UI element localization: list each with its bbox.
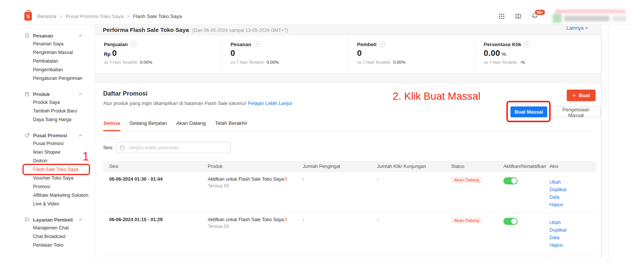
table-row: 06-06-2024 01:30 - 01:44 Aktifkan untuk … [103,172,596,213]
sidebar-item-chat-broadcast[interactable]: Chat Broadcast [17,232,95,241]
plus-icon: + [572,93,576,99]
calendar-icon [120,145,125,150]
promo-list-title: Daftar Promosi [103,90,147,97]
sidebar-section-label: Pesanan [33,33,53,39]
stat-label: Penjualan [104,42,128,47]
tab-akan-datang[interactable]: Akan Datang [176,119,206,131]
sidebar-item-pembatalan[interactable]: Pembatalan [17,57,95,66]
chevron-up-icon [78,93,83,96]
tab-semua[interactable]: Semua [103,119,120,131]
product-title: Aktifkan untuk Flash Sale Toko Saya [208,217,284,222]
sidebar-item-penilaian-toko[interactable]: Penilaian Toko [17,241,95,250]
col-jumlah-pengingat: Jumlah Pengingat [297,164,371,169]
sidebar-section-pesanan: Pesanan Pesanan Saya Pengiriman Massal P… [17,31,95,83]
performance-date-range: (Dari 06-05-2024 sampai 13-05-2024 GMT+7… [192,28,288,33]
breadcrumb-item-beranda[interactable]: Beranda [37,13,56,19]
actions-cell: Ubah Duplikat Data Hapus [543,172,596,208]
percent-suffix: % [502,51,506,57]
breadcrumb-item-pusat-promosi[interactable]: Pusat Promosi Toko Saya [66,13,123,19]
sidebar-item-tambah-produk-baru[interactable]: Tambah Produk Baru [17,107,95,115]
compare-label: vs 7 Hari Terakhir [484,60,517,64]
status-badge: Akan Datang [451,217,482,224]
sidebar-item-pesanan-saya[interactable]: Pesanan Saya [17,40,95,48]
help-icon[interactable]: ? [379,41,385,47]
product-cell: Aktifkan untuk Flash Sale Toko Saya0 Ter… [202,213,297,229]
sidebar-item-daya-saing-harga[interactable]: Daya Saing Harga [17,115,95,124]
col-sesi: Sesi [103,164,202,169]
more-link[interactable]: Lainnya > [566,25,588,31]
sidebar-item-pengiriman-massal[interactable]: Pengiriman Massal [17,48,95,57]
sidebar-item-pengaturan-pengiriman[interactable]: Pengaturan Pengiriman [17,74,95,83]
learn-more-link[interactable]: Pelajari Lebih Lanjut [248,100,292,106]
header-actions: 99+ [498,9,634,24]
sidebar-section-header-layanan-pembeli[interactable]: Layanan Pembeli [17,216,95,224]
clicks-cell: - [371,172,445,182]
compare-label: vs 7 Hari Terakhir [231,60,264,64]
promo-list-subtitle: Atur produk yang ingin ditampilkan di ha… [103,100,292,106]
stat-pesanan: Pesanan ? 0 vs 7 Hari Terakhir0.00% [221,35,348,73]
sidebar-item-flash-sale-toko-saya[interactable]: Flash Sale Toko Saya 1 [17,165,95,174]
compare-value: 0.00% [267,60,279,64]
education-book-icon[interactable] [515,13,521,19]
data-link[interactable]: Data [549,234,596,241]
col-status: Status [445,164,497,169]
notification-bell-icon[interactable]: 99+ [531,12,538,20]
compare-value: 0.00% [393,60,405,64]
stat-pembeli: Pembeli ? 0 vs 7 Hari Terakhir0.00% [348,35,474,73]
compare-value: 0.00% [140,60,152,64]
status-cell: Akan Datang [445,213,497,224]
product-cell: Aktifkan untuk Flash Sale Toko Saya0 Ter… [202,172,297,189]
sidebar-section-layanan-pembeli: Layanan Pembeli Manajemen Chat Chat Broa… [17,216,95,250]
activate-toggle[interactable] [503,177,518,184]
duplicate-link[interactable]: Duplikat [549,186,596,193]
delete-link[interactable]: Hapus [549,241,596,249]
edit-link[interactable]: Ubah [549,219,596,226]
sidebar-section-header-pesanan[interactable]: Pesanan [17,31,95,40]
help-icon[interactable]: ? [254,41,260,47]
product-count: 0 [285,177,287,182]
stat-value: 0 [112,48,117,58]
data-link[interactable]: Data [549,193,596,201]
bulk-manage-button[interactable]: Pengelolaan Massal [551,106,601,117]
tab-sedang-berjalan[interactable]: Sedang Berjalan [129,119,167,131]
sidebar-item-promosi[interactable]: Promosi [17,183,95,191]
redacted-bar [555,10,626,13]
apps-grid-icon[interactable] [498,13,505,19]
compare-label: vs 7 Hari Terakhir [357,60,390,64]
subtitle-text: Atur produk yang ingin ditampilkan di ha… [103,100,246,106]
session-date-input[interactable] [128,145,227,151]
bulk-create-button[interactable]: Buat Massal [510,106,547,117]
breadcrumb-item-current: Flash Sale Toko Saya [133,13,182,19]
create-button[interactable]: + Buat [567,90,596,101]
sidebar-item-voucher-toko-saya[interactable]: Voucher Toko Saya [17,174,95,183]
sidebar-section-header-pusat-promosi[interactable]: Pusat Promosi [17,131,95,139]
sidebar-item-produk-saya[interactable]: Produk Saya [17,98,95,107]
main-content: Performa Flash Sale Toko Saya (Dari 06-0… [95,25,601,259]
stat-label: Pesanan [231,42,252,47]
shopee-logo-icon[interactable]: S [24,12,32,21]
help-icon[interactable]: ? [524,41,530,47]
sidebar-section-pusat-promosi: Pusat Promosi Pusat Promosi Iklan Shopee… [17,131,95,208]
sidebar-item-live-video[interactable]: Live & Video [17,200,95,208]
redacted-text [612,16,626,21]
session-date-filter[interactable] [116,142,231,153]
sidebar-item-pusat-promosi[interactable]: Pusat Promosi [17,139,95,148]
duplicate-link[interactable]: Duplikat [549,226,596,234]
account-info-redacted[interactable] [552,9,629,24]
sidebar: Pesanan Pesanan Saya Pengiriman Massal P… [17,25,95,259]
help-icon[interactable]: ? [131,41,137,47]
stat-value: 0.00 [484,48,500,58]
sidebar-section-header-produk[interactable]: Produk [17,90,95,98]
edit-link[interactable]: Ubah [549,178,596,186]
scrollbar-track[interactable] [601,25,609,259]
breadcrumb-separator: > [60,14,62,19]
sidebar-item-manajemen-chat[interactable]: Manajemen Chat [17,224,95,232]
toggle-cell [497,213,543,225]
chevron-up-icon [78,134,83,137]
promo-table: Sesi Produk Jumlah Pengingat Jumlah Klik… [103,161,596,255]
sidebar-item-affiliate-marketing-solution[interactable]: Affiliate Marketing Solution [17,191,95,200]
delete-link[interactable]: Hapus [549,201,596,208]
tab-telah-berakhir[interactable]: Telah Berakhir [215,119,248,131]
sidebar-item-pengembalian[interactable]: Pengembalian [17,66,95,74]
activate-toggle[interactable] [503,218,518,225]
